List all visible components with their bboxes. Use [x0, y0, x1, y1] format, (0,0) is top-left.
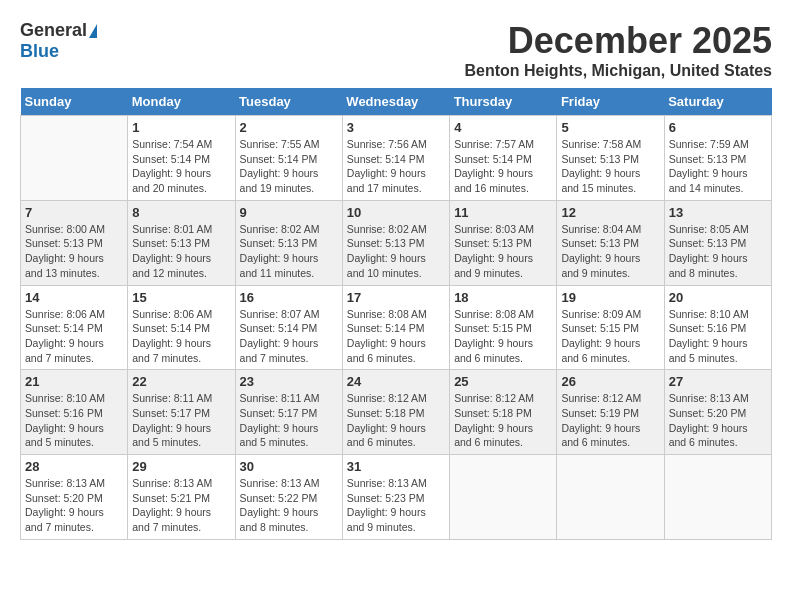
day-info: Sunrise: 8:13 AM Sunset: 5:23 PM Dayligh…: [347, 476, 445, 535]
calendar-cell: 17Sunrise: 8:08 AM Sunset: 5:14 PM Dayli…: [342, 285, 449, 370]
calendar-cell: 26Sunrise: 8:12 AM Sunset: 5:19 PM Dayli…: [557, 370, 664, 455]
day-number: 25: [454, 374, 552, 389]
location: Benton Heights, Michigan, United States: [464, 62, 772, 80]
day-number: 22: [132, 374, 230, 389]
day-number: 1: [132, 120, 230, 135]
calendar-cell: 14Sunrise: 8:06 AM Sunset: 5:14 PM Dayli…: [21, 285, 128, 370]
calendar-week-row: 14Sunrise: 8:06 AM Sunset: 5:14 PM Dayli…: [21, 285, 772, 370]
calendar-week-row: 28Sunrise: 8:13 AM Sunset: 5:20 PM Dayli…: [21, 455, 772, 540]
calendar-cell: 23Sunrise: 8:11 AM Sunset: 5:17 PM Dayli…: [235, 370, 342, 455]
calendar-cell: 24Sunrise: 8:12 AM Sunset: 5:18 PM Dayli…: [342, 370, 449, 455]
day-number: 23: [240, 374, 338, 389]
calendar-header-monday: Monday: [128, 88, 235, 116]
day-number: 19: [561, 290, 659, 305]
calendar-cell: 15Sunrise: 8:06 AM Sunset: 5:14 PM Dayli…: [128, 285, 235, 370]
calendar-week-row: 1Sunrise: 7:54 AM Sunset: 5:14 PM Daylig…: [21, 116, 772, 201]
calendar-cell: 21Sunrise: 8:10 AM Sunset: 5:16 PM Dayli…: [21, 370, 128, 455]
calendar-cell: 19Sunrise: 8:09 AM Sunset: 5:15 PM Dayli…: [557, 285, 664, 370]
day-info: Sunrise: 7:58 AM Sunset: 5:13 PM Dayligh…: [561, 137, 659, 196]
day-number: 6: [669, 120, 767, 135]
day-number: 20: [669, 290, 767, 305]
logo: General Blue: [20, 20, 97, 62]
day-number: 17: [347, 290, 445, 305]
day-info: Sunrise: 7:54 AM Sunset: 5:14 PM Dayligh…: [132, 137, 230, 196]
day-number: 7: [25, 205, 123, 220]
day-info: Sunrise: 8:06 AM Sunset: 5:14 PM Dayligh…: [132, 307, 230, 366]
day-info: Sunrise: 8:12 AM Sunset: 5:19 PM Dayligh…: [561, 391, 659, 450]
day-info: Sunrise: 8:04 AM Sunset: 5:13 PM Dayligh…: [561, 222, 659, 281]
day-info: Sunrise: 8:11 AM Sunset: 5:17 PM Dayligh…: [132, 391, 230, 450]
calendar-cell: 1Sunrise: 7:54 AM Sunset: 5:14 PM Daylig…: [128, 116, 235, 201]
calendar-cell: 2Sunrise: 7:55 AM Sunset: 5:14 PM Daylig…: [235, 116, 342, 201]
day-info: Sunrise: 8:12 AM Sunset: 5:18 PM Dayligh…: [454, 391, 552, 450]
calendar-cell: 9Sunrise: 8:02 AM Sunset: 5:13 PM Daylig…: [235, 200, 342, 285]
day-number: 28: [25, 459, 123, 474]
calendar-cell: 22Sunrise: 8:11 AM Sunset: 5:17 PM Dayli…: [128, 370, 235, 455]
calendar-cell: 7Sunrise: 8:00 AM Sunset: 5:13 PM Daylig…: [21, 200, 128, 285]
calendar-cell: 3Sunrise: 7:56 AM Sunset: 5:14 PM Daylig…: [342, 116, 449, 201]
day-number: 5: [561, 120, 659, 135]
day-number: 12: [561, 205, 659, 220]
logo-general-text: General: [20, 20, 87, 41]
day-number: 27: [669, 374, 767, 389]
calendar-cell: 10Sunrise: 8:02 AM Sunset: 5:13 PM Dayli…: [342, 200, 449, 285]
day-info: Sunrise: 8:02 AM Sunset: 5:13 PM Dayligh…: [240, 222, 338, 281]
logo-icon: [89, 24, 97, 38]
logo-blue-text: Blue: [20, 41, 59, 62]
calendar-header-saturday: Saturday: [664, 88, 771, 116]
calendar-cell: 25Sunrise: 8:12 AM Sunset: 5:18 PM Dayli…: [450, 370, 557, 455]
month-title: December 2025: [464, 20, 772, 62]
calendar-cell: 28Sunrise: 8:13 AM Sunset: 5:20 PM Dayli…: [21, 455, 128, 540]
day-info: Sunrise: 7:55 AM Sunset: 5:14 PM Dayligh…: [240, 137, 338, 196]
calendar-cell: 29Sunrise: 8:13 AM Sunset: 5:21 PM Dayli…: [128, 455, 235, 540]
day-info: Sunrise: 8:13 AM Sunset: 5:22 PM Dayligh…: [240, 476, 338, 535]
day-number: 21: [25, 374, 123, 389]
day-number: 16: [240, 290, 338, 305]
day-info: Sunrise: 8:00 AM Sunset: 5:13 PM Dayligh…: [25, 222, 123, 281]
calendar-cell: 12Sunrise: 8:04 AM Sunset: 5:13 PM Dayli…: [557, 200, 664, 285]
calendar-cell: 13Sunrise: 8:05 AM Sunset: 5:13 PM Dayli…: [664, 200, 771, 285]
day-info: Sunrise: 8:08 AM Sunset: 5:14 PM Dayligh…: [347, 307, 445, 366]
calendar-table: SundayMondayTuesdayWednesdayThursdayFrid…: [20, 88, 772, 540]
day-info: Sunrise: 8:11 AM Sunset: 5:17 PM Dayligh…: [240, 391, 338, 450]
day-number: 4: [454, 120, 552, 135]
day-number: 10: [347, 205, 445, 220]
day-info: Sunrise: 8:12 AM Sunset: 5:18 PM Dayligh…: [347, 391, 445, 450]
day-number: 30: [240, 459, 338, 474]
day-number: 24: [347, 374, 445, 389]
day-info: Sunrise: 8:02 AM Sunset: 5:13 PM Dayligh…: [347, 222, 445, 281]
calendar-cell: [664, 455, 771, 540]
day-info: Sunrise: 7:57 AM Sunset: 5:14 PM Dayligh…: [454, 137, 552, 196]
day-number: 2: [240, 120, 338, 135]
day-number: 3: [347, 120, 445, 135]
calendar-cell: [21, 116, 128, 201]
calendar-cell: 5Sunrise: 7:58 AM Sunset: 5:13 PM Daylig…: [557, 116, 664, 201]
calendar-cell: 31Sunrise: 8:13 AM Sunset: 5:23 PM Dayli…: [342, 455, 449, 540]
calendar-week-row: 21Sunrise: 8:10 AM Sunset: 5:16 PM Dayli…: [21, 370, 772, 455]
day-info: Sunrise: 8:13 AM Sunset: 5:20 PM Dayligh…: [669, 391, 767, 450]
day-info: Sunrise: 8:08 AM Sunset: 5:15 PM Dayligh…: [454, 307, 552, 366]
calendar-cell: 27Sunrise: 8:13 AM Sunset: 5:20 PM Dayli…: [664, 370, 771, 455]
day-number: 26: [561, 374, 659, 389]
calendar-cell: 20Sunrise: 8:10 AM Sunset: 5:16 PM Dayli…: [664, 285, 771, 370]
calendar-header-friday: Friday: [557, 88, 664, 116]
calendar-week-row: 7Sunrise: 8:00 AM Sunset: 5:13 PM Daylig…: [21, 200, 772, 285]
title-section: December 2025 Benton Heights, Michigan, …: [464, 20, 772, 80]
calendar-cell: 30Sunrise: 8:13 AM Sunset: 5:22 PM Dayli…: [235, 455, 342, 540]
calendar-cell: 8Sunrise: 8:01 AM Sunset: 5:13 PM Daylig…: [128, 200, 235, 285]
calendar-header-thursday: Thursday: [450, 88, 557, 116]
day-info: Sunrise: 7:59 AM Sunset: 5:13 PM Dayligh…: [669, 137, 767, 196]
day-info: Sunrise: 8:09 AM Sunset: 5:15 PM Dayligh…: [561, 307, 659, 366]
day-number: 11: [454, 205, 552, 220]
day-number: 14: [25, 290, 123, 305]
calendar-header-wednesday: Wednesday: [342, 88, 449, 116]
day-number: 9: [240, 205, 338, 220]
day-info: Sunrise: 8:03 AM Sunset: 5:13 PM Dayligh…: [454, 222, 552, 281]
day-info: Sunrise: 8:13 AM Sunset: 5:20 PM Dayligh…: [25, 476, 123, 535]
day-info: Sunrise: 8:10 AM Sunset: 5:16 PM Dayligh…: [25, 391, 123, 450]
day-number: 15: [132, 290, 230, 305]
day-info: Sunrise: 7:56 AM Sunset: 5:14 PM Dayligh…: [347, 137, 445, 196]
calendar-cell: 11Sunrise: 8:03 AM Sunset: 5:13 PM Dayli…: [450, 200, 557, 285]
day-number: 13: [669, 205, 767, 220]
calendar-cell: 16Sunrise: 8:07 AM Sunset: 5:14 PM Dayli…: [235, 285, 342, 370]
